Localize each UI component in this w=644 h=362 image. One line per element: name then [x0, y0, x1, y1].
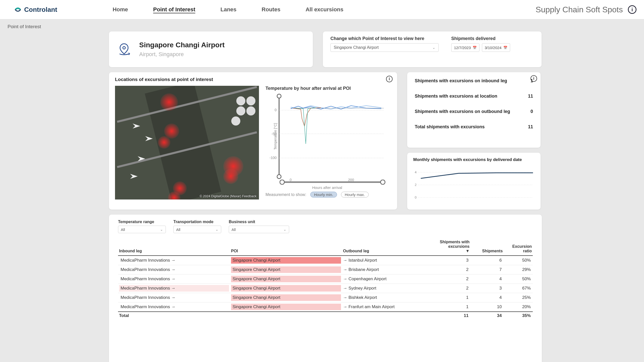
info-icon[interactable]: i	[531, 75, 537, 82]
breadcrumb: Point of Interest	[0, 19, 644, 29]
brand-logo[interactable]: Controlant	[14, 6, 57, 14]
svg-text:-100: -100	[270, 156, 277, 160]
stat-total-label: Total shipments with excursions	[415, 124, 485, 130]
pill-hourly-max[interactable]: Hourly max.	[341, 192, 369, 197]
col-ship-exc[interactable]: Shipments with excursions▼	[433, 238, 470, 256]
right-nav-group: Supply Chain Soft Spots i	[536, 5, 636, 14]
excursions-table: Inbound leg POI Outbound leg Shipments w…	[118, 238, 533, 319]
svg-text:4: 4	[415, 170, 416, 174]
nav-routes[interactable]: Routes	[262, 6, 281, 13]
stats-card: i Shipments with excursions on inbound l…	[407, 72, 541, 148]
col-ratio[interactable]: Excursion ratio	[504, 238, 533, 256]
chevron-down-icon: ⌄	[160, 227, 163, 231]
cell-ship-exc: 2	[433, 284, 470, 293]
pill-hourly-min[interactable]: Hourly min.	[310, 192, 337, 197]
table-row[interactable]: MedicaPharm Innovations →Singapore Chang…	[118, 274, 533, 284]
filter-card: Change which Point of Interest to view h…	[323, 31, 542, 67]
filter-temp-select[interactable]: All⌄	[118, 226, 166, 233]
cell-poi: Singapore Changi Airport	[231, 266, 341, 273]
table-row[interactable]: MedicaPharm Innovations →Singapore Chang…	[118, 256, 533, 265]
left-nav-group: Controlant Home Point of Interest Lanes …	[14, 6, 344, 14]
cell-outbound: → Brisbane Airport	[342, 265, 433, 274]
poi-select[interactable]: Singapore Changi Airport ⌄	[330, 43, 439, 52]
cell-poi: Singapore Changi Airport	[231, 285, 341, 292]
info-icon[interactable]: i	[386, 76, 393, 82]
cell-shipments: 7	[471, 265, 504, 274]
cell-inbound: MedicaPharm Innovations →	[119, 294, 229, 301]
cell-outbound: → Sydney Airport	[342, 284, 433, 293]
stat-atloc-value: 11	[528, 94, 533, 99]
cell-poi: Singapore Changi Airport	[231, 294, 341, 301]
filter-bu-select[interactable]: All⌄	[229, 226, 289, 233]
heatmap-dot	[223, 169, 238, 184]
cell-ship-exc: 2	[433, 265, 470, 274]
poi-header-card: Singapore Changi Airport Airport, Singap…	[109, 31, 313, 67]
svg-point-28	[381, 180, 385, 184]
heatmap-dot	[158, 136, 170, 149]
cell-ratio: 50%	[504, 274, 533, 284]
info-icon[interactable]: i	[628, 5, 636, 14]
filter-transport-select[interactable]: All⌄	[173, 226, 221, 233]
filter-bu-label: Business unit	[229, 220, 289, 224]
svg-point-27	[280, 180, 284, 184]
temp-chart-title: Temperature by hour after arrival at POI	[266, 86, 389, 91]
svg-point-8	[236, 106, 245, 115]
cell-ratio: 25%	[504, 293, 533, 302]
cell-outbound: → Franfurt am Main Airport	[342, 302, 433, 312]
table-row[interactable]: MedicaPharm Innovations →Singapore Chang…	[118, 284, 533, 293]
locations-title: Locations of excursions at point of inte…	[115, 77, 391, 82]
cell-ship-exc: 3	[433, 256, 470, 265]
cell-ship-exc: 1	[433, 293, 470, 302]
cell-ratio: 50%	[504, 256, 533, 265]
logo-icon	[14, 6, 22, 13]
monthly-chart-area[interactable]: 4 2 0	[413, 166, 535, 201]
nav-excursions[interactable]: All excursions	[306, 6, 343, 13]
cell-shipments: 4	[471, 293, 504, 302]
cell-poi: Singapore Changi Airport	[231, 276, 341, 282]
total-label: Total	[118, 312, 230, 319]
table-row[interactable]: MedicaPharm Innovations →Singapore Chang…	[118, 265, 533, 274]
table-row[interactable]: MedicaPharm Innovations →Singapore Chang…	[118, 302, 533, 312]
delivered-label: Shipments delivered	[451, 36, 510, 41]
total-shipments: 34	[471, 312, 504, 319]
cell-outbound: → Bishkek Airport	[342, 293, 433, 302]
col-outbound[interactable]: Outbound leg	[342, 238, 433, 256]
svg-point-16	[277, 94, 281, 98]
cell-shipments: 3	[471, 284, 504, 293]
date-to-value: 3/10/2024	[485, 46, 502, 50]
table-card: Temperature range All⌄ Transportation mo…	[109, 215, 542, 362]
heatmap-dot	[160, 93, 178, 111]
col-shipments[interactable]: Shipments	[471, 238, 504, 256]
date-to-input[interactable]: 3/10/2024 📅	[482, 43, 510, 52]
date-from-input[interactable]: 12/7/2023 📅	[451, 43, 479, 52]
poi-select-value: Singapore Changi Airport	[334, 45, 379, 50]
date-from-value: 12/7/2023	[454, 46, 471, 50]
x-axis-label: Hours after arrival	[312, 185, 342, 190]
top-nav: Controlant Home Point of Interest Lanes …	[0, 0, 644, 19]
stat-total-value: 11	[528, 124, 533, 130]
brand-name: Controlant	[24, 6, 57, 14]
cell-ship-exc: 2	[433, 274, 470, 284]
satellite-map[interactable]: © 2024 DigitalGlobe (Maxar) Feedback	[115, 86, 259, 199]
cell-outbound: → Copenhagen Airport	[342, 274, 433, 284]
total-ratio: 35%	[504, 312, 533, 319]
col-poi[interactable]: POI	[230, 238, 342, 256]
monthly-title: Monthly shipments with excursions by del…	[413, 157, 535, 162]
cell-shipments: 4	[471, 274, 504, 284]
y-axis-label: Temperature [°C]	[273, 123, 277, 150]
table-row[interactable]: MedicaPharm Innovations →Singapore Chang…	[118, 293, 533, 302]
temperature-chart: Temperature by hour after arrival at POI…	[266, 86, 389, 199]
nav-home[interactable]: Home	[112, 6, 128, 13]
cell-inbound: MedicaPharm Innovations →	[119, 266, 229, 273]
cell-ratio: 29%	[504, 265, 533, 274]
poi-name: Singapore Changi Airport	[139, 41, 225, 49]
map-attribution[interactable]: © 2024 DigitalGlobe (Maxar) Feedback	[200, 194, 256, 198]
cell-inbound: MedicaPharm Innovations →	[119, 304, 229, 310]
svg-point-17	[277, 175, 281, 179]
temp-chart-area[interactable]: Temperature [°C] 0 -50 -100	[266, 94, 389, 179]
nav-lanes[interactable]: Lanes	[220, 6, 237, 13]
svg-text:0: 0	[275, 108, 277, 112]
cell-poi: Singapore Changi Airport	[231, 304, 341, 310]
nav-poi[interactable]: Point of Interest	[153, 6, 195, 13]
col-inbound[interactable]: Inbound leg	[118, 238, 230, 256]
